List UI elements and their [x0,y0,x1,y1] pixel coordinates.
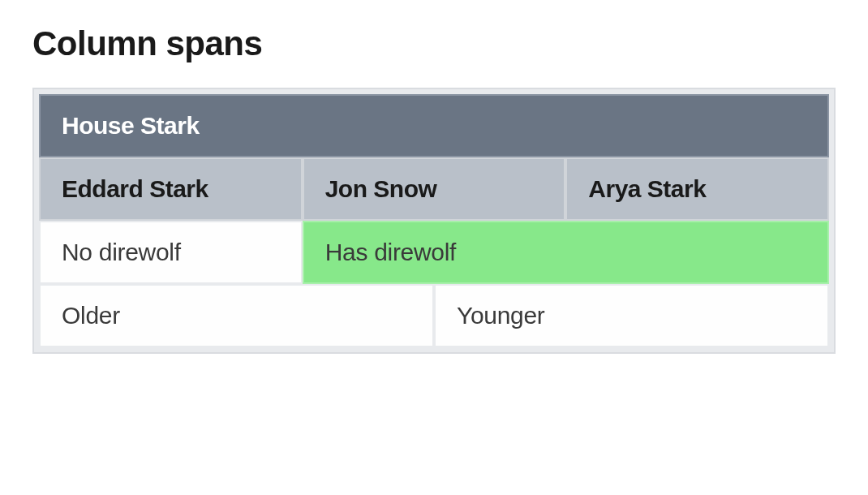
table-cell: Younger [434,284,829,347]
demo-table: House Stark Eddard Stark Jon Snow Arya S… [39,94,829,347]
table-container: House Stark Eddard Stark Jon Snow Arya S… [32,88,836,354]
table-cell: Older [39,284,434,347]
table-row: Older Younger [39,284,829,347]
table-header-col-3: Arya Stark [565,157,829,221]
table-header-group: House Stark [39,94,829,157]
page-title: Column spans [32,24,836,63]
table-row: No direwolf Has direwolf [39,221,829,284]
table-header-sub-row: Eddard Stark Jon Snow Arya Stark [39,157,829,221]
table-header-top-row: House Stark [39,94,829,157]
table-cell: No direwolf [39,221,303,284]
table-header-col-1: Eddard Stark [39,157,303,221]
table-cell-highlight: Has direwolf [303,221,829,284]
table-header-col-2: Jon Snow [303,157,566,221]
